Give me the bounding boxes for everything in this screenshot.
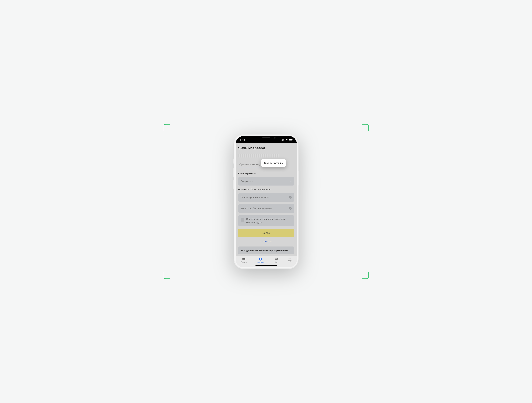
svg-text:?: ?: [290, 196, 291, 198]
svg-rect-0: [282, 140, 282, 141]
app-content: SWIFT-перевод Юридическому лицу Физическ…: [236, 143, 297, 256]
tab-chat[interactable]: Чат: [275, 257, 278, 263]
svg-rect-5: [289, 139, 292, 140]
cellular-icon: [282, 138, 284, 141]
volume-up: [233, 168, 234, 177]
tab-chat-label: Чат: [275, 261, 278, 263]
checkbox-label: Перевод осуществляется через банк-коррес…: [246, 218, 292, 224]
cancel-button[interactable]: Отменить: [238, 240, 294, 243]
swift-placeholder: SWIFT-код банка-получателя: [241, 207, 272, 210]
svg-rect-15: [275, 258, 277, 259]
svg-point-14: [260, 258, 261, 260]
svg-point-18: [290, 258, 290, 259]
phone-frame: 9:41 SWIFT-перевод Юридическому лицу Физ…: [234, 134, 299, 269]
svg-rect-16: [275, 259, 277, 259]
speaker-grille: [262, 137, 270, 138]
battery-icon: [289, 138, 293, 141]
phone-screen: 9:41 SWIFT-перевод Юридическому лицу Физ…: [236, 136, 297, 267]
canvas-corner: [164, 272, 170, 279]
tab-more-label: Еще: [288, 260, 291, 262]
phone-notch: [252, 136, 280, 141]
chat-icon: [275, 257, 278, 261]
correspondent-bank-checkbox[interactable]: Перевод осуществляется через банк-коррес…: [238, 215, 294, 226]
tab-more[interactable]: Еще: [288, 257, 291, 262]
power-button: [298, 171, 299, 185]
phone-mockup: 9:41 SWIFT-перевод Юридическому лицу Физ…: [234, 134, 299, 269]
svg-point-19: [291, 258, 291, 259]
recipient-placeholder: Получатель: [241, 180, 253, 183]
svg-point-17: [289, 258, 289, 259]
checkbox-box: [241, 218, 244, 222]
canvas-corner: [362, 272, 368, 279]
status-time: 9:41: [240, 138, 245, 141]
help-icon[interactable]: ?: [289, 207, 292, 210]
mute-switch: [233, 159, 234, 164]
more-icon: [288, 257, 291, 259]
front-camera: [274, 137, 276, 139]
volume-down: [233, 180, 234, 189]
canvas-corner: [362, 124, 368, 131]
svg-text:?: ?: [290, 207, 291, 209]
svg-rect-6: [292, 139, 293, 140]
help-icon[interactable]: ?: [289, 196, 292, 199]
canvas-frame: 9:41 SWIFT-перевод Юридическому лицу Физ…: [164, 124, 368, 279]
payments-icon: [259, 257, 262, 261]
status-icons: [282, 138, 293, 141]
canvas-corner: [164, 124, 170, 131]
recipient-select[interactable]: Получатель: [238, 177, 294, 186]
wifi-icon: [285, 138, 288, 141]
svg-rect-1: [282, 139, 283, 141]
page-title: SWIFT-перевод: [238, 146, 294, 150]
home-indicator[interactable]: [255, 265, 277, 266]
swift-code-input[interactable]: SWIFT-код банка-получателя ?: [238, 204, 294, 213]
account-placeholder: Счет получателя или IBAN: [241, 196, 269, 199]
chevron-down-icon: [289, 180, 292, 183]
tab-home-label: Главная: [241, 261, 247, 263]
swift-restriction-notice: Исходящие SWIFT-переводы ограничены: [238, 247, 294, 254]
tab-individual[interactable]: Физическому лицу: [261, 159, 286, 167]
home-icon: [242, 257, 246, 261]
recipient-type-tabs: Юридическому лицу Физическому лицу Физич…: [238, 161, 294, 168]
svg-rect-12: [242, 258, 245, 259]
section-label-recipient: Кому перевести: [238, 172, 294, 175]
redacted-subtitle: [238, 154, 279, 158]
section-label-bank: Реквизиты банка-получателя: [238, 188, 294, 191]
tab-legal-entity[interactable]: Юридическому лицу: [238, 161, 261, 168]
tab-home[interactable]: Главная: [241, 257, 247, 263]
tab-payments[interactable]: Платежи: [257, 257, 264, 263]
tab-payments-label: Платежи: [257, 262, 264, 263]
next-button[interactable]: Далее: [238, 229, 294, 237]
svg-rect-3: [284, 139, 284, 141]
svg-rect-2: [283, 139, 284, 141]
account-iban-input[interactable]: Счет получателя или IBAN ?: [238, 193, 294, 202]
